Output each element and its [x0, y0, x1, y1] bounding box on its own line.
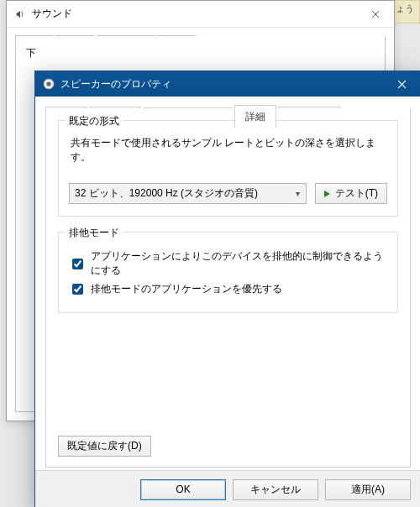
play-icon: [324, 191, 330, 197]
svg-point-1: [46, 81, 50, 86]
default-format-group: 既定の形式 共有モードで使用されるサンプル レートとビットの深さを選択します。 …: [58, 120, 398, 217]
restore-defaults-label: 既定値に戻す(D): [67, 439, 142, 453]
default-format-legend: 既定の形式: [66, 114, 123, 128]
default-format-desc: 共有モードで使用されるサンプル レートとビットの深さを選択します。: [71, 136, 386, 165]
format-combobox[interactable]: 32 ビット、192000 Hz (スタジオの音質) ▾: [69, 183, 307, 204]
dialog-close-button[interactable]: [383, 71, 420, 97]
speaker-icon: [42, 77, 55, 91]
exclusive-priority-checkbox[interactable]: [72, 284, 83, 295]
sound-titlebar: サウンド: [7, 1, 394, 28]
ok-label: OK: [176, 483, 190, 495]
cancel-label: キャンセル: [250, 483, 301, 497]
close-icon: [397, 80, 407, 89]
advanced-tab-page: 既定の形式 共有モードで使用されるサンプル レートとビットの深さを選択します。 …: [45, 108, 411, 468]
exclusive-mode-group: 排他モード アプリケーションによりこのデバイスを排他的に制御できるようにする 排…: [58, 232, 398, 313]
ok-button[interactable]: OK: [140, 479, 226, 500]
sound-close-button[interactable]: [356, 1, 394, 27]
exclusive-mode-legend: 排他モード: [66, 226, 123, 240]
dialog-button-bar: OK キャンセル 適用(A): [35, 470, 420, 507]
chevron-down-icon: ▾: [291, 184, 306, 203]
dialog-titlebar: スピーカーのプロパティ: [35, 71, 420, 97]
exclusive-priority-label: 排他モードのアプリケーションを優先する: [91, 282, 282, 296]
cancel-button[interactable]: キャンセル: [233, 479, 318, 500]
sound-window-title: サウンド: [32, 7, 356, 21]
sound-body-text: 下: [26, 47, 36, 59]
close-icon: [371, 10, 380, 18]
apply-button[interactable]: 適用(A): [325, 479, 411, 500]
format-selected-value: 32 ビット、192000 Hz (スタジオの音質): [75, 186, 258, 201]
speaker-properties-dialog: スピーカーのプロパティ 全般 レベル Enhancements 詳細 立体音響 …: [34, 71, 420, 507]
tab-advanced[interactable]: 詳細: [234, 105, 276, 128]
allow-exclusive-control-row[interactable]: アプリケーションによりこのデバイスを排他的に制御できるようにする: [69, 249, 387, 278]
allow-exclusive-control-checkbox[interactable]: [72, 259, 83, 269]
test-button-label: テスト(T): [335, 186, 378, 201]
allow-exclusive-control-label: アプリケーションによりこのデバイスを排他的に制御できるようにする: [91, 249, 387, 278]
dialog-title: スピーカーのプロパティ: [60, 77, 383, 91]
restore-defaults-button[interactable]: 既定値に戻す(D): [58, 436, 151, 457]
test-button[interactable]: テスト(T): [315, 183, 387, 204]
exclusive-priority-row[interactable]: 排他モードのアプリケーションを優先する: [69, 281, 387, 297]
apply-label: 適用(A): [351, 483, 385, 497]
speaker-icon: [13, 8, 27, 21]
